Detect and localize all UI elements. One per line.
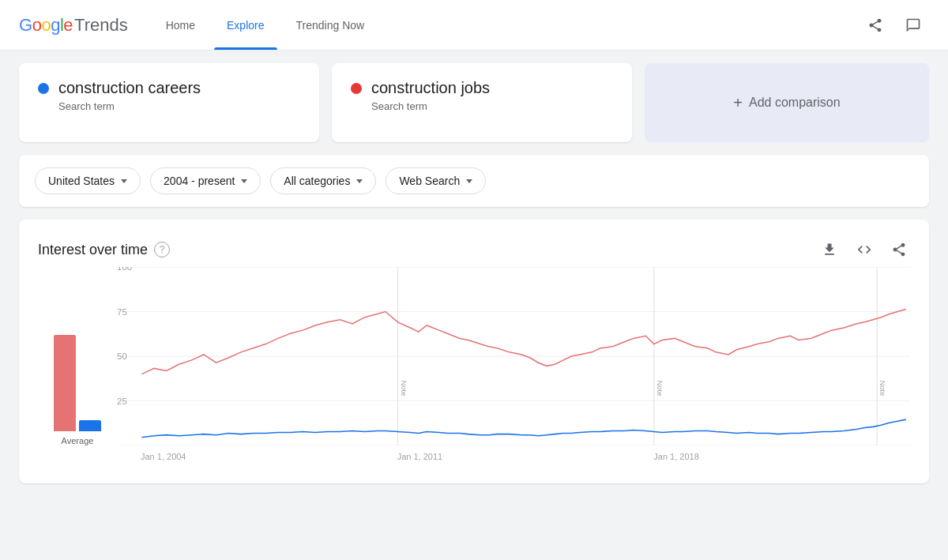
- filter-time[interactable]: 2004 - present: [150, 167, 261, 194]
- add-comparison-label: Add comparison: [749, 96, 841, 110]
- chart-area: Average 100 75 50 25: [38, 267, 910, 464]
- chevron-down-icon: [241, 179, 247, 183]
- add-comparison-card[interactable]: + Add comparison: [645, 63, 929, 142]
- chart-section: Interest over time ?: [19, 220, 929, 483]
- blue-line: [141, 419, 905, 438]
- embed-button[interactable]: [853, 239, 875, 261]
- feedback-icon: [905, 17, 921, 33]
- filter-category-label: All categories: [284, 175, 350, 187]
- download-button[interactable]: [818, 239, 841, 261]
- filter-search-type-label: Web Search: [399, 175, 460, 187]
- term-dot-1: [38, 83, 49, 94]
- chart-title-row: Interest over time ?: [38, 242, 170, 258]
- avg-bars: [54, 289, 101, 431]
- svg-text:25: 25: [117, 397, 127, 406]
- x-label-2004: Jan 1, 2004: [141, 452, 186, 461]
- plus-icon: +: [733, 94, 743, 112]
- svg-text:100: 100: [117, 267, 132, 272]
- term-title-2: construction jobs: [351, 79, 613, 97]
- logo[interactable]: Google Trends: [19, 15, 128, 36]
- svg-text:Note: Note: [878, 381, 886, 396]
- term-dot-2: [351, 83, 362, 94]
- x-axis-labels: Jan 1, 2004 Jan 1, 2011 Jan 1, 2018: [117, 449, 910, 461]
- trends-wordmark: Trends: [74, 15, 128, 36]
- nav-explore[interactable]: Explore: [214, 0, 276, 50]
- x-label-2018: Jan 1, 2018: [653, 452, 699, 461]
- filter-time-label: 2004 - present: [164, 175, 235, 187]
- filter-category[interactable]: All categories: [270, 167, 376, 194]
- line-chart-svg: 100 75 50 25 Note Note Note: [117, 267, 910, 445]
- nav-trending-now[interactable]: Trending Now: [284, 0, 378, 50]
- term-name-1: construction careers: [58, 79, 201, 97]
- line-chart-container: 100 75 50 25 Note Note Note: [117, 267, 910, 464]
- header: Google Trends Home Explore Trending Now: [0, 0, 948, 51]
- embed-icon: [856, 242, 872, 257]
- term-type-1: Search term: [58, 100, 300, 112]
- main-nav: Home Explore Trending Now: [153, 0, 377, 50]
- search-term-card-1: construction careers Search term: [19, 63, 319, 142]
- chart-actions: [818, 239, 910, 261]
- filter-region[interactable]: United States: [35, 167, 141, 194]
- share-chart-button[interactable]: [888, 239, 910, 261]
- term-name-2: construction jobs: [371, 79, 490, 97]
- feedback-button[interactable]: [897, 9, 929, 41]
- header-actions: [860, 9, 929, 41]
- svg-text:Note: Note: [400, 381, 408, 396]
- help-icon[interactable]: ?: [154, 242, 170, 257]
- filter-search-type[interactable]: Web Search: [386, 167, 486, 194]
- chevron-down-icon: [356, 179, 363, 183]
- question-mark: ?: [160, 244, 165, 255]
- chevron-down-icon: [121, 179, 127, 183]
- filter-region-label: United States: [48, 175, 115, 187]
- avg-bar-blue: [79, 420, 101, 431]
- red-line: [141, 309, 905, 374]
- svg-text:50: 50: [117, 351, 127, 361]
- share-chart-icon: [891, 242, 907, 257]
- chart-average: Average: [38, 267, 117, 464]
- svg-text:75: 75: [117, 307, 127, 317]
- search-terms-row: construction careers Search term constru…: [19, 63, 929, 142]
- x-label-2011: Jan 1, 2011: [397, 452, 443, 461]
- avg-label: Average: [62, 436, 94, 445]
- term-title-1: construction careers: [38, 79, 300, 97]
- share-button[interactable]: [860, 9, 891, 41]
- nav-home[interactable]: Home: [153, 0, 208, 50]
- avg-bar-red: [54, 335, 76, 431]
- share-icon: [867, 17, 883, 33]
- download-icon: [822, 242, 837, 257]
- chart-title: Interest over time: [38, 242, 148, 258]
- svg-text:Note: Note: [656, 381, 664, 396]
- search-term-card-2: construction jobs Search term: [332, 63, 632, 142]
- filters-row: United States 2004 - present All categor…: [19, 155, 929, 207]
- google-wordmark: Google: [19, 15, 73, 36]
- term-type-2: Search term: [371, 100, 613, 112]
- chart-header: Interest over time ?: [38, 239, 910, 261]
- chevron-down-icon: [466, 179, 472, 183]
- main-content: construction careers Search term constru…: [0, 51, 948, 496]
